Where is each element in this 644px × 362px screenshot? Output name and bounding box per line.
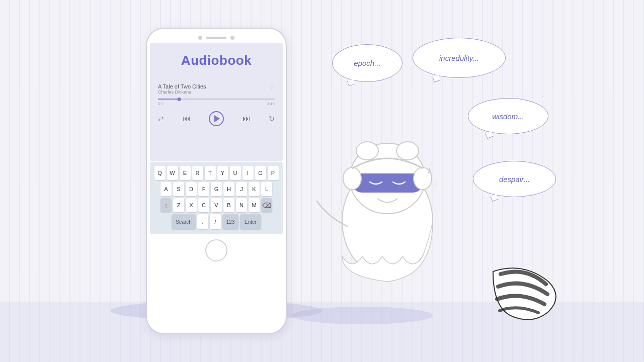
bubble-incredulity-text: incredulity...: [439, 54, 479, 62]
phone: Audiobook A Tale of Two Cities Charles D…: [146, 28, 287, 334]
character-shadow: [292, 307, 433, 324]
svg-text:♪: ♪: [427, 164, 432, 175]
key-j[interactable]: J: [236, 182, 247, 196]
key-g[interactable]: G: [211, 182, 222, 196]
track-header: A Tale of Two Cities Charles Dickens ♡: [158, 83, 275, 95]
key-123[interactable]: 123: [222, 214, 238, 229]
key-t[interactable]: T: [205, 166, 216, 180]
bubble-wisdom-text: wisdom...: [492, 112, 524, 121]
bubble-incredulity: incredulity...: [413, 38, 506, 78]
key-b[interactable]: B: [223, 198, 234, 212]
svg-text:♫: ♫: [433, 179, 438, 188]
svg-rect-4: [352, 173, 423, 193]
phone-camera: [198, 36, 202, 40]
key-c[interactable]: C: [198, 198, 209, 212]
key-v[interactable]: V: [211, 198, 222, 212]
key-shift[interactable]: ↑: [160, 198, 172, 212]
key-enter[interactable]: Enter: [240, 214, 261, 229]
keyboard-row-1: Q W E R T Y U I O P: [152, 166, 281, 180]
track-author: Charles Dickens: [158, 89, 206, 95]
key-d[interactable]: D: [186, 182, 197, 196]
shuffle-button[interactable]: ⇄: [158, 115, 164, 123]
bubble-wisdom: wisdom...: [468, 98, 548, 134]
keyboard-row-2: A S D F G H J K L: [152, 182, 281, 196]
home-button[interactable]: [205, 239, 227, 261]
key-search[interactable]: Search: [172, 214, 196, 229]
bubble-despair: despair...: [473, 161, 556, 197]
svg-point-2: [356, 142, 378, 160]
progress-dot: [177, 98, 181, 101]
time-total: 3:16: [267, 102, 275, 106]
svg-point-3: [396, 142, 419, 160]
key-slash[interactable]: /: [210, 214, 221, 229]
progress-fill: [158, 99, 179, 100]
key-a[interactable]: A: [160, 182, 172, 196]
track-info: A Tale of Two Cities Charles Dickens ♡ 0…: [158, 83, 275, 126]
prev-button[interactable]: ⏮: [183, 114, 191, 123]
key-period[interactable]: .: [197, 214, 208, 229]
key-m[interactable]: M: [249, 198, 260, 212]
play-icon: [214, 115, 220, 122]
bubble-epoch: epoch...: [332, 44, 403, 82]
heart-icon[interactable]: ♡: [269, 83, 275, 90]
key-n[interactable]: N: [236, 198, 247, 212]
phone-top-bar: [147, 29, 286, 43]
raccoon-tail: [483, 266, 558, 327]
phone-speaker: [206, 37, 226, 39]
progress-bar[interactable]: [158, 99, 275, 100]
key-z[interactable]: Z: [173, 198, 184, 212]
key-h[interactable]: H: [223, 182, 234, 196]
key-q[interactable]: Q: [154, 166, 166, 180]
character: ♪ ♫: [302, 80, 473, 292]
keyboard-row-4: Search . / 123 Enter: [152, 214, 281, 229]
key-i[interactable]: I: [243, 166, 254, 180]
key-u[interactable]: U: [230, 166, 241, 180]
svg-point-5: [343, 167, 361, 190]
key-p[interactable]: P: [268, 166, 279, 180]
time-labels: 0:7 3:16: [158, 102, 275, 106]
repeat-button[interactable]: ↻: [269, 115, 275, 123]
key-s[interactable]: S: [173, 182, 184, 196]
track-details: A Tale of Two Cities Charles Dickens: [158, 83, 206, 95]
app-title: Audiobook: [181, 53, 252, 68]
key-y[interactable]: Y: [217, 166, 228, 180]
time-current: 0:7: [158, 102, 164, 106]
playback-controls: ⇄ ⏮ ⏭ ↻: [158, 111, 275, 126]
key-backspace[interactable]: ⌫: [261, 198, 272, 212]
key-f[interactable]: F: [198, 182, 209, 196]
key-r[interactable]: R: [192, 166, 203, 180]
key-o[interactable]: O: [255, 166, 266, 180]
key-l[interactable]: L: [261, 182, 272, 196]
bubble-epoch-text: epoch...: [354, 59, 380, 67]
keyboard: Q W E R T Y U I O P A S D F G H J K L ↑ …: [150, 162, 283, 234]
track-name: A Tale of Two Cities: [158, 83, 206, 89]
key-k[interactable]: K: [249, 182, 260, 196]
key-w[interactable]: W: [167, 166, 178, 180]
play-button[interactable]: [209, 111, 224, 126]
bubble-despair-text: despair...: [499, 175, 530, 184]
next-button[interactable]: ⏭: [243, 114, 251, 123]
progress-track: [158, 99, 275, 100]
keyboard-row-3: ↑ Z X C V B N M ⌫: [152, 198, 281, 212]
phone-camera-right: [230, 36, 234, 40]
key-x[interactable]: X: [186, 198, 197, 212]
key-e[interactable]: E: [180, 166, 191, 180]
app-screen: Audiobook A Tale of Two Cities Charles D…: [150, 43, 283, 161]
